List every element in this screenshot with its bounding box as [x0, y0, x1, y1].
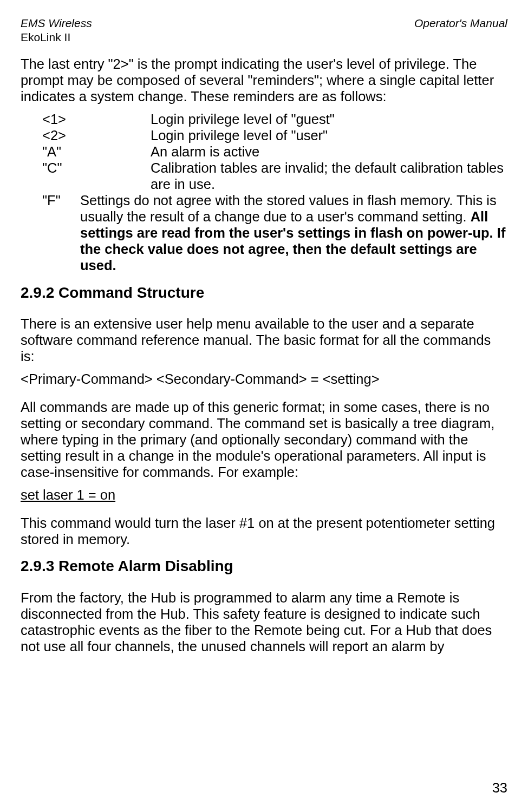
header-product: EkoLink II [21, 30, 92, 44]
intro-paragraph: The last entry "2>" is the prompt indica… [21, 56, 507, 104]
section-293-heading: 2.9.3 Remote Alarm Disabling [21, 557, 507, 575]
def-key: "F" [42, 192, 80, 273]
command-example: set laser 1 = on [21, 487, 507, 503]
header-left: EMS Wireless EkoLink II [21, 16, 92, 45]
command-format: <Primary-Command> <Secondary-Command> = … [21, 371, 507, 387]
def-val: Login privilege level of "user" [151, 127, 507, 143]
reminder-definitions: <1> Login privilege level of "guest" <2>… [21, 111, 507, 274]
header-right: Operator's Manual [414, 16, 507, 45]
def-row: "A" An alarm is active [42, 143, 507, 160]
def-val: Login privilege level of "guest" [151, 111, 507, 127]
def-row: "C" Calibration tables are invalid; the … [42, 160, 507, 192]
def-val: An alarm is active [151, 143, 507, 160]
def-key: "A" [42, 143, 151, 160]
def-val-plain: Settings do not agree with the stored va… [80, 193, 497, 224]
def-row: <2> Login privilege level of "user" [42, 127, 507, 143]
section-292-p2: All commands are made up of this generic… [21, 399, 507, 480]
def-key: "C" [42, 160, 151, 192]
page-number: 33 [492, 780, 507, 796]
section-292-p3: This command would turn the laser #1 on … [21, 515, 507, 547]
def-row: <1> Login privilege level of "guest" [42, 111, 507, 127]
def-row: "F" Settings do not agree with the store… [42, 192, 507, 273]
def-val: Calibration tables are invalid; the defa… [151, 160, 507, 192]
page-header: EMS Wireless EkoLink II Operator's Manua… [21, 16, 507, 45]
def-val: Settings do not agree with the stored va… [80, 192, 507, 273]
section-293-p1: From the factory, the Hub is programmed … [21, 590, 507, 654]
header-brand: EMS Wireless [21, 16, 92, 30]
body: The last entry "2>" is the prompt indica… [21, 56, 507, 654]
def-key: <2> [42, 127, 151, 143]
page: EMS Wireless EkoLink II Operator's Manua… [0, 0, 528, 812]
def-key: <1> [42, 111, 151, 127]
section-292-heading: 2.9.2 Command Structure [21, 284, 507, 302]
section-292-p1: There is an extensive user help menu ava… [21, 316, 507, 364]
